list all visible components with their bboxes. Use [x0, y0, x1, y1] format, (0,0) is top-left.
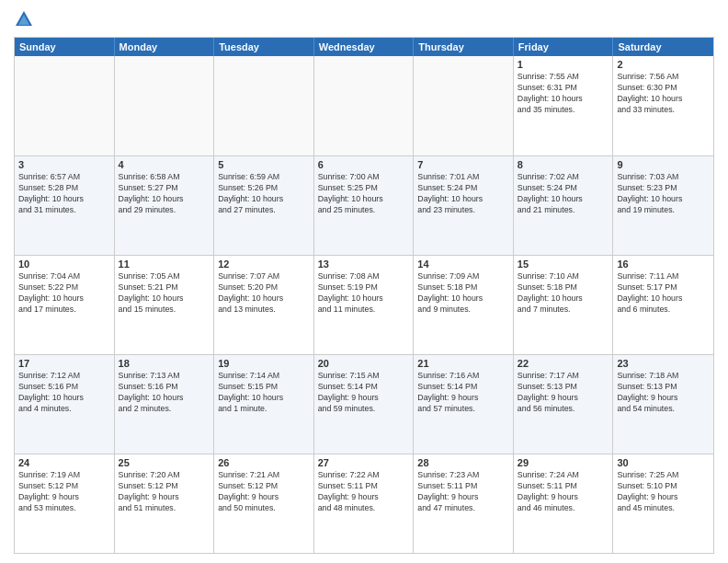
cell-info: Sunrise: 7:10 AMSunset: 5:18 PMDaylight:… — [518, 271, 609, 316]
calendar-cell — [115, 56, 215, 155]
calendar-cell: 23Sunrise: 7:18 AMSunset: 5:13 PMDayligh… — [613, 355, 713, 454]
day-number: 8 — [518, 159, 609, 170]
weekday-header: Monday — [115, 38, 215, 56]
day-number: 10 — [18, 259, 110, 270]
cell-info: Sunrise: 6:59 AMSunset: 5:26 PMDaylight:… — [218, 172, 310, 216]
cell-info: Sunrise: 7:14 AMSunset: 5:15 PMDaylight:… — [218, 371, 310, 415]
calendar-cell: 17Sunrise: 7:12 AMSunset: 5:16 PMDayligh… — [15, 355, 115, 454]
calendar-cell: 2Sunrise: 7:56 AMSunset: 6:30 PMDaylight… — [613, 56, 713, 155]
day-number: 24 — [18, 457, 110, 468]
cell-info: Sunrise: 7:25 AMSunset: 5:10 PMDaylight:… — [617, 470, 710, 514]
cell-info: Sunrise: 6:58 AMSunset: 5:27 PMDaylight:… — [119, 172, 210, 216]
page-header — [14, 9, 714, 29]
calendar-cell: 4Sunrise: 6:58 AMSunset: 5:27 PMDaylight… — [115, 156, 215, 255]
day-number: 18 — [119, 358, 210, 369]
calendar-cell: 6Sunrise: 7:00 AMSunset: 5:25 PMDaylight… — [314, 156, 415, 255]
day-number: 1 — [518, 59, 609, 70]
day-number: 29 — [518, 457, 609, 468]
cell-info: Sunrise: 7:02 AMSunset: 5:24 PMDaylight:… — [518, 172, 609, 216]
calendar-row: 3Sunrise: 6:57 AMSunset: 5:28 PMDaylight… — [15, 155, 713, 255]
calendar-cell: 16Sunrise: 7:11 AMSunset: 5:17 PMDayligh… — [613, 256, 713, 354]
logo — [14, 9, 38, 29]
logo-icon — [14, 9, 34, 29]
calendar-cell: 28Sunrise: 7:23 AMSunset: 5:11 PMDayligh… — [414, 454, 514, 553]
calendar-cell: 11Sunrise: 7:05 AMSunset: 5:21 PMDayligh… — [115, 256, 215, 354]
day-number: 30 — [617, 457, 710, 468]
cell-info: Sunrise: 7:09 AMSunset: 5:18 PMDaylight:… — [417, 271, 509, 316]
cell-info: Sunrise: 7:23 AMSunset: 5:11 PMDaylight:… — [417, 470, 509, 514]
day-number: 11 — [119, 259, 210, 270]
calendar-cell: 22Sunrise: 7:17 AMSunset: 5:13 PMDayligh… — [514, 355, 614, 454]
day-number: 26 — [218, 457, 310, 468]
day-number: 17 — [18, 358, 110, 369]
cell-info: Sunrise: 7:03 AMSunset: 5:23 PMDaylight:… — [617, 172, 710, 216]
calendar-cell: 26Sunrise: 7:21 AMSunset: 5:12 PMDayligh… — [214, 454, 314, 553]
calendar-cell: 19Sunrise: 7:14 AMSunset: 5:15 PMDayligh… — [214, 355, 314, 454]
calendar-cell — [414, 56, 514, 155]
day-number: 3 — [18, 159, 110, 170]
day-number: 6 — [318, 159, 410, 170]
cell-info: Sunrise: 7:20 AMSunset: 5:12 PMDaylight:… — [119, 470, 210, 514]
calendar: SundayMondayTuesdayWednesdayThursdayFrid… — [14, 37, 714, 554]
cell-info: Sunrise: 7:15 AMSunset: 5:14 PMDaylight:… — [318, 371, 410, 415]
cell-info: Sunrise: 7:17 AMSunset: 5:13 PMDaylight:… — [518, 371, 609, 415]
calendar-cell: 24Sunrise: 7:19 AMSunset: 5:12 PMDayligh… — [15, 454, 115, 553]
day-number: 13 — [318, 259, 410, 270]
calendar-cell: 18Sunrise: 7:13 AMSunset: 5:16 PMDayligh… — [115, 355, 215, 454]
cell-info: Sunrise: 7:05 AMSunset: 5:21 PMDaylight:… — [119, 271, 210, 316]
cell-info: Sunrise: 7:08 AMSunset: 5:19 PMDaylight:… — [318, 271, 410, 316]
calendar-cell: 25Sunrise: 7:20 AMSunset: 5:12 PMDayligh… — [115, 454, 215, 553]
calendar-row: 10Sunrise: 7:04 AMSunset: 5:22 PMDayligh… — [15, 255, 713, 354]
cell-info: Sunrise: 7:16 AMSunset: 5:14 PMDaylight:… — [417, 371, 509, 415]
calendar-cell: 29Sunrise: 7:24 AMSunset: 5:11 PMDayligh… — [514, 454, 614, 553]
cell-info: Sunrise: 7:18 AMSunset: 5:13 PMDaylight:… — [617, 371, 710, 415]
cell-info: Sunrise: 7:07 AMSunset: 5:20 PMDaylight:… — [218, 271, 310, 316]
day-number: 28 — [417, 457, 509, 468]
calendar-cell: 14Sunrise: 7:09 AMSunset: 5:18 PMDayligh… — [414, 256, 514, 354]
cell-info: Sunrise: 7:19 AMSunset: 5:12 PMDaylight:… — [18, 470, 110, 514]
cell-info: Sunrise: 7:22 AMSunset: 5:11 PMDaylight:… — [318, 470, 410, 514]
calendar-cell: 12Sunrise: 7:07 AMSunset: 5:20 PMDayligh… — [214, 256, 314, 354]
day-number: 4 — [119, 159, 210, 170]
weekday-header: Saturday — [613, 38, 713, 56]
calendar-cell: 9Sunrise: 7:03 AMSunset: 5:23 PMDaylight… — [613, 156, 713, 255]
calendar-row: 17Sunrise: 7:12 AMSunset: 5:16 PMDayligh… — [15, 354, 713, 454]
cell-info: Sunrise: 7:56 AMSunset: 6:30 PMDaylight:… — [617, 72, 710, 116]
calendar-cell: 13Sunrise: 7:08 AMSunset: 5:19 PMDayligh… — [314, 256, 415, 354]
cell-info: Sunrise: 7:11 AMSunset: 5:17 PMDaylight:… — [617, 271, 710, 316]
cell-info: Sunrise: 7:21 AMSunset: 5:12 PMDaylight:… — [218, 470, 310, 514]
calendar-row: 1Sunrise: 7:55 AMSunset: 6:31 PMDaylight… — [15, 56, 713, 155]
day-number: 7 — [417, 159, 509, 170]
calendar-cell: 1Sunrise: 7:55 AMSunset: 6:31 PMDaylight… — [514, 56, 614, 155]
day-number: 5 — [218, 159, 310, 170]
calendar-row: 24Sunrise: 7:19 AMSunset: 5:12 PMDayligh… — [15, 454, 713, 553]
calendar-cell: 15Sunrise: 7:10 AMSunset: 5:18 PMDayligh… — [514, 256, 614, 354]
calendar-cell: 20Sunrise: 7:15 AMSunset: 5:14 PMDayligh… — [314, 355, 415, 454]
day-number: 20 — [318, 358, 410, 369]
calendar-cell: 8Sunrise: 7:02 AMSunset: 5:24 PMDaylight… — [514, 156, 614, 255]
day-number: 16 — [617, 259, 710, 270]
cell-info: Sunrise: 7:24 AMSunset: 5:11 PMDaylight:… — [518, 470, 609, 514]
calendar-cell — [15, 56, 115, 155]
calendar-body: 1Sunrise: 7:55 AMSunset: 6:31 PMDaylight… — [15, 56, 713, 553]
day-number: 27 — [318, 457, 410, 468]
calendar-cell: 30Sunrise: 7:25 AMSunset: 5:10 PMDayligh… — [613, 454, 713, 553]
day-number: 23 — [617, 358, 710, 369]
calendar-header: SundayMondayTuesdayWednesdayThursdayFrid… — [15, 38, 713, 56]
weekday-header: Tuesday — [214, 38, 314, 56]
day-number: 21 — [417, 358, 509, 369]
cell-info: Sunrise: 6:57 AMSunset: 5:28 PMDaylight:… — [18, 172, 110, 216]
calendar-cell: 3Sunrise: 6:57 AMSunset: 5:28 PMDaylight… — [15, 156, 115, 255]
calendar-cell: 10Sunrise: 7:04 AMSunset: 5:22 PMDayligh… — [15, 256, 115, 354]
day-number: 25 — [119, 457, 210, 468]
cell-info: Sunrise: 7:00 AMSunset: 5:25 PMDaylight:… — [318, 172, 410, 216]
day-number: 22 — [518, 358, 609, 369]
day-number: 2 — [617, 59, 710, 70]
day-number: 9 — [617, 159, 710, 170]
day-number: 19 — [218, 358, 310, 369]
weekday-header: Sunday — [15, 38, 115, 56]
day-number: 15 — [518, 259, 609, 270]
cell-info: Sunrise: 7:12 AMSunset: 5:16 PMDaylight:… — [18, 371, 110, 415]
calendar-cell: 7Sunrise: 7:01 AMSunset: 5:24 PMDaylight… — [414, 156, 514, 255]
cell-info: Sunrise: 7:13 AMSunset: 5:16 PMDaylight:… — [119, 371, 210, 415]
